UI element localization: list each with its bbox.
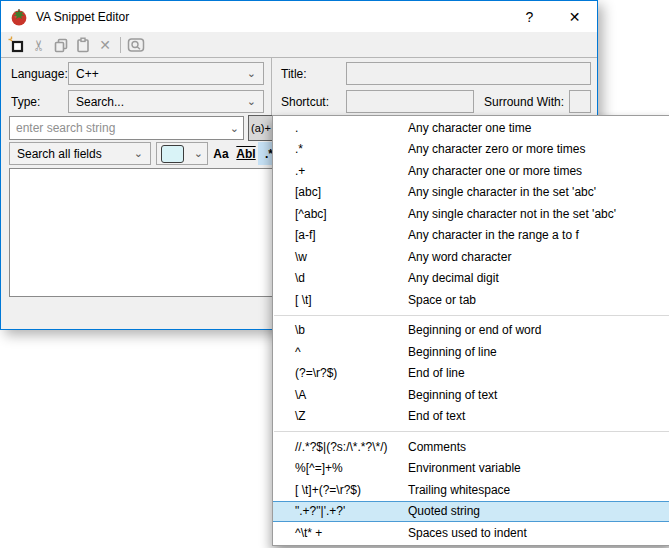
menu-item[interactable]: \ABeginning of text [273, 384, 669, 406]
language-select[interactable]: C++ ⌄ [68, 62, 264, 85]
menu-item-description: Spaces used to indent [408, 526, 669, 540]
match-case-button[interactable]: Aa [208, 142, 234, 165]
help-button[interactable]: ? [507, 1, 552, 32]
chevron-down-icon: ⌄ [134, 148, 143, 159]
menu-item-description: Any character in the range a to f [408, 228, 669, 242]
close-button[interactable]: ✕ [552, 1, 597, 32]
menu-item[interactable]: \ZEnd of text [273, 406, 669, 428]
new-snippet-icon [7, 35, 27, 55]
menu-item-description: Beginning of line [408, 345, 669, 359]
menu-item-pattern: [ \t] [295, 293, 408, 307]
menu-item-description: Any word character [408, 250, 669, 264]
menu-item-pattern: . [295, 121, 408, 135]
menu-item[interactable]: %[^=]+%Environment variable [273, 458, 669, 480]
menu-item-description: Any character one time [408, 121, 669, 135]
menu-item-pattern: [^abc] [295, 207, 408, 221]
menu-item-description: Environment variable [408, 461, 669, 475]
new-snippet-button[interactable] [6, 35, 28, 55]
language-value: C++ [76, 67, 99, 81]
chevron-down-icon: ⌄ [194, 148, 203, 159]
menu-item-pattern: ^\t* + [295, 526, 408, 540]
search-fields-select[interactable]: Search all fields ⌄ [9, 142, 151, 165]
menu-item[interactable]: [ \t]+(?=\r?$)Trailing whitespace [273, 479, 669, 501]
language-label: Language: [11, 67, 68, 81]
toolbar-separator [120, 37, 121, 53]
menu-separator [273, 311, 669, 320]
tomato-app-icon [10, 8, 28, 26]
menu-item-pattern: [ \t]+(?=\r?$) [295, 483, 408, 497]
whole-word-label: Abl [236, 147, 255, 161]
menu-item[interactable]: ^\t* +Spaces used to indent [273, 522, 669, 544]
delete-button[interactable]: ✕ [94, 35, 116, 55]
menu-item[interactable]: .Any character one time [273, 117, 669, 139]
menu-item-description: End of line [408, 366, 669, 380]
title-input[interactable] [346, 62, 591, 85]
copy-button[interactable] [50, 35, 72, 55]
color-filter-select[interactable]: ⌄ [156, 142, 208, 165]
cut-icon: ✂ [30, 38, 48, 51]
title-label: Title: [281, 67, 307, 81]
menu-item-description: Quoted string [408, 504, 669, 518]
menu-item[interactable]: .*Any character zero or more times [273, 139, 669, 161]
menu-item-pattern: (?=\r?$) [295, 366, 408, 380]
menu-item[interactable]: [abc]Any single character in the set 'ab… [273, 182, 669, 204]
explore-button[interactable] [125, 35, 147, 55]
menu-item-description: Any single character in the set 'abc' [408, 185, 669, 199]
copy-icon [52, 36, 70, 54]
shortcut-label: Shortcut: [281, 95, 329, 109]
menu-item-description: Any character one or more times [408, 164, 669, 178]
delete-icon: ✕ [99, 37, 111, 53]
menu-item-pattern: //.*?$|(?s:/\*.*?\*/) [295, 440, 408, 454]
cut-button[interactable]: ✂ [28, 35, 50, 55]
menu-item-pattern: \d [295, 271, 408, 285]
menu-item-pattern: ".+?"|'.+?' [295, 504, 408, 518]
chevron-down-icon: ⌄ [247, 68, 256, 79]
shortcut-input[interactable] [346, 90, 474, 113]
form-divider [271, 58, 272, 116]
menu-item-description: Any decimal digit [408, 271, 669, 285]
whole-word-button[interactable]: Abl [234, 142, 258, 165]
menu-item[interactable]: ".+?"|'.+?'Quoted string [273, 501, 669, 523]
chevron-down-icon: ⌄ [230, 123, 239, 134]
menu-item-description: Beginning of text [408, 388, 669, 402]
menu-item-pattern: [abc] [295, 185, 408, 199]
menu-item[interactable]: //.*?$|(?s:/\*.*?\*/)Comments [273, 436, 669, 458]
menu-item-pattern: .+ [295, 164, 408, 178]
menu-item-description: Any single character not in the set 'abc… [408, 207, 669, 221]
paste-icon [74, 36, 92, 54]
search-combobox: ⌄ [9, 116, 244, 140]
menu-item-description: Trailing whitespace [408, 483, 669, 497]
toolbar: ✂ ✕ [1, 32, 597, 58]
color-swatch [161, 145, 184, 163]
surround-with-label: Surround With: [484, 95, 564, 109]
menu-item-pattern: .* [295, 142, 408, 156]
type-label: Type: [11, 95, 40, 109]
menu-item-description: Beginning or end of word [408, 323, 669, 337]
insert-regex-button[interactable]: (a)+ [248, 115, 274, 141]
window-title: VA Snippet Editor [36, 10, 129, 24]
menu-item-pattern: ^ [295, 345, 408, 359]
paste-button[interactable] [72, 35, 94, 55]
surround-with-input[interactable] [569, 90, 591, 113]
menu-item[interactable]: ^Beginning of line [273, 341, 669, 363]
menu-item-description: Space or tab [408, 293, 669, 307]
menu-item[interactable]: [ \t]Space or tab [273, 289, 669, 311]
menu-separator [273, 427, 669, 436]
menu-item[interactable]: \dAny decimal digit [273, 268, 669, 290]
search-input[interactable] [14, 120, 227, 136]
menu-item[interactable]: [^abc]Any single character not in the se… [273, 203, 669, 225]
titlebar: VA Snippet Editor ? ✕ [1, 1, 597, 32]
menu-item-pattern: [a-f] [295, 228, 408, 242]
menu-item-pattern: \b [295, 323, 408, 337]
type-select[interactable]: Search... ⌄ [68, 90, 264, 113]
menu-item[interactable]: (?=\r?$)End of line [273, 363, 669, 385]
type-value: Search... [76, 95, 124, 109]
menu-item-pattern: %[^=]+% [295, 461, 408, 475]
menu-item[interactable]: \wAny word character [273, 246, 669, 268]
menu-item[interactable]: [a-f]Any character in the range a to f [273, 225, 669, 247]
menu-item[interactable]: \bBeginning or end of word [273, 320, 669, 342]
menu-item-pattern: \Z [295, 409, 408, 423]
menu-item-description: End of text [408, 409, 669, 423]
menu-item-description: Any character zero or more times [408, 142, 669, 156]
menu-item[interactable]: .+Any character one or more times [273, 160, 669, 182]
